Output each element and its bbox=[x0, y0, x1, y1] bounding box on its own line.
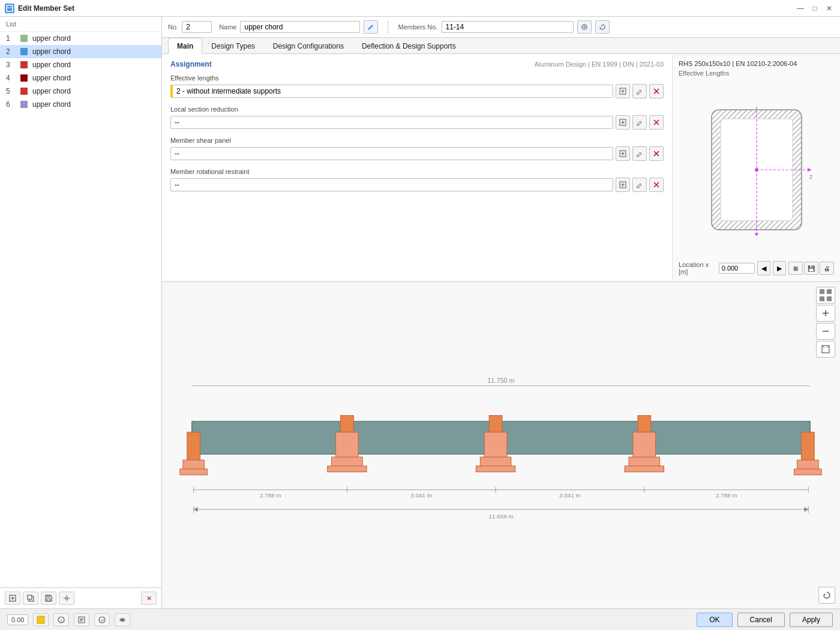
view-frame-button[interactable]: ⊞ bbox=[788, 262, 803, 275]
reset-view-button[interactable] bbox=[818, 587, 835, 604]
list-item[interactable]: 4 upper chord bbox=[0, 71, 161, 85]
add-set-button[interactable] bbox=[5, 592, 20, 605]
field-delete-btn[interactable] bbox=[649, 115, 664, 130]
field-dropdown[interactable]: -- bbox=[170, 147, 613, 160]
location-input[interactable] bbox=[719, 263, 755, 274]
bottom-left: 0.00 i bbox=[7, 613, 130, 626]
no-input[interactable] bbox=[182, 21, 212, 33]
list-item-num: 1 bbox=[6, 34, 16, 43]
tab-designConfigs[interactable]: Design Configurations bbox=[264, 38, 353, 54]
svg-rect-68 bbox=[625, 466, 664, 472]
color-swatch bbox=[20, 101, 28, 108]
field-label: Member shear panel bbox=[170, 137, 664, 144]
field-add-btn[interactable] bbox=[616, 84, 630, 98]
tab-deflection[interactable]: Deflection & Design Supports bbox=[353, 38, 465, 54]
field-delete-btn[interactable] bbox=[649, 84, 664, 98]
dropdown-row: -- bbox=[170, 115, 664, 130]
members-reset-button[interactable] bbox=[595, 20, 610, 34]
field-edit-btn[interactable] bbox=[632, 84, 647, 98]
minimize-button[interactable]: — bbox=[794, 2, 806, 14]
bottom-right: OK Cancel Apply bbox=[697, 613, 833, 627]
bottom-icon3[interactable] bbox=[74, 613, 89, 626]
coordinate-value: 0.00 bbox=[7, 614, 28, 625]
bottom-icon2[interactable]: i bbox=[53, 613, 69, 626]
assignment-field-row: Member rotational restraint -- bbox=[170, 168, 664, 192]
settings-button[interactable] bbox=[59, 592, 74, 605]
bottom-icon4[interactable] bbox=[94, 613, 110, 626]
svg-marker-88 bbox=[194, 507, 198, 512]
list-item[interactable]: 1 upper chord bbox=[0, 32, 161, 45]
section-footer: Location x [m] ◀ ▶ ⊞ 💾 🖨 bbox=[679, 261, 834, 275]
name-edit-button[interactable] bbox=[364, 20, 378, 34]
bottom-icon1[interactable] bbox=[33, 613, 49, 626]
svg-point-9 bbox=[65, 597, 68, 599]
list-item[interactable]: 3 upper chord bbox=[0, 58, 161, 71]
svg-rect-54 bbox=[187, 432, 200, 462]
list-header: List bbox=[0, 17, 161, 32]
copy-set-button[interactable] bbox=[23, 592, 38, 605]
list-item-name: upper chord bbox=[32, 100, 71, 109]
cancel-button[interactable]: Cancel bbox=[737, 613, 785, 627]
title-bar-left: Edit Member Set bbox=[5, 4, 74, 13]
svg-rect-64 bbox=[476, 466, 515, 472]
view-save-button[interactable]: 💾 bbox=[804, 262, 818, 275]
field-add-btn[interactable] bbox=[616, 115, 630, 130]
grid-toggle-button[interactable] bbox=[816, 287, 835, 304]
dropdown-row: -- bbox=[170, 146, 664, 161]
svg-rect-41 bbox=[820, 289, 824, 294]
list-item-name: upper chord bbox=[32, 47, 71, 56]
delete-button[interactable]: ✕ bbox=[141, 592, 157, 605]
save-button[interactable] bbox=[41, 592, 56, 605]
field-edit-btn[interactable] bbox=[632, 115, 647, 130]
assignment-panel: Assignment Aluminum Design | EN 1999 | D… bbox=[162, 54, 672, 281]
members-select-button[interactable] bbox=[577, 20, 592, 34]
zoom-in-button[interactable] bbox=[816, 305, 835, 322]
drawing-toolbar bbox=[816, 287, 835, 358]
field-dropdown[interactable]: -- bbox=[170, 116, 613, 129]
view-print-button[interactable]: 🖨 bbox=[820, 262, 834, 275]
bottom-icon5[interactable] bbox=[115, 613, 130, 626]
svg-text:11.750 m: 11.750 m bbox=[487, 377, 514, 384]
ok-button[interactable]: OK bbox=[697, 613, 732, 627]
assignment-subtitle: Aluminum Design | EN 1999 | DIN | 2021-0… bbox=[535, 61, 664, 68]
list-item[interactable]: 6 upper chord bbox=[0, 98, 161, 111]
name-input[interactable] bbox=[240, 21, 360, 33]
section-subtitle: Effective Lengths bbox=[679, 70, 834, 77]
list-item[interactable]: 2 upper chord bbox=[0, 45, 161, 58]
close-button[interactable]: ✕ bbox=[823, 2, 835, 14]
members-input[interactable] bbox=[442, 21, 574, 33]
maximize-button[interactable]: □ bbox=[809, 2, 821, 14]
bottom-bar: 0.00 i OK Cancel Apply bbox=[0, 608, 840, 630]
assignment-title: Assignment bbox=[170, 60, 212, 68]
field-add-btn[interactable] bbox=[616, 146, 630, 161]
left-panel-footer: ✕ bbox=[0, 587, 161, 608]
tab-main[interactable]: Main bbox=[168, 38, 202, 54]
section-title: RHS 250x150x10 | EN 10210-2:2006-04 bbox=[679, 60, 834, 67]
location-dec-button[interactable]: ◀ bbox=[757, 261, 770, 275]
assignment-header: Assignment Aluminum Design | EN 1999 | D… bbox=[170, 60, 664, 68]
zoom-out-button[interactable] bbox=[816, 323, 835, 340]
tab-designTypes[interactable]: Design Types bbox=[202, 38, 264, 54]
field-dropdown[interactable]: -- bbox=[170, 178, 613, 191]
svg-rect-65 bbox=[638, 415, 651, 433]
field-dropdown[interactable]: 2 - without intermediate supports bbox=[170, 85, 613, 98]
apply-button[interactable]: Apply bbox=[790, 613, 833, 627]
list-item-name: upper chord bbox=[32, 61, 71, 69]
svg-rect-66 bbox=[633, 432, 656, 459]
svg-rect-60 bbox=[328, 466, 367, 472]
content-area: List 1 upper chord 2 upper chord 3 upper… bbox=[0, 17, 840, 608]
color-swatch bbox=[20, 88, 28, 95]
tabs-bar: MainDesign TypesDesign ConfigurationsDef… bbox=[162, 38, 840, 54]
field-delete-btn[interactable] bbox=[649, 146, 664, 161]
field-delete-btn[interactable] bbox=[649, 178, 664, 192]
fit-view-button[interactable] bbox=[816, 341, 835, 358]
svg-rect-62 bbox=[484, 432, 507, 459]
list-item[interactable]: 5 upper chord bbox=[0, 85, 161, 98]
field-edit-btn[interactable] bbox=[632, 146, 647, 161]
field-add-btn[interactable] bbox=[616, 178, 630, 192]
svg-rect-43 bbox=[820, 296, 824, 301]
location-inc-button[interactable]: ▶ bbox=[773, 261, 786, 275]
field-label: Local section reduction bbox=[170, 106, 664, 113]
field-edit-btn[interactable] bbox=[632, 178, 647, 192]
list-item-name: upper chord bbox=[32, 87, 71, 95]
